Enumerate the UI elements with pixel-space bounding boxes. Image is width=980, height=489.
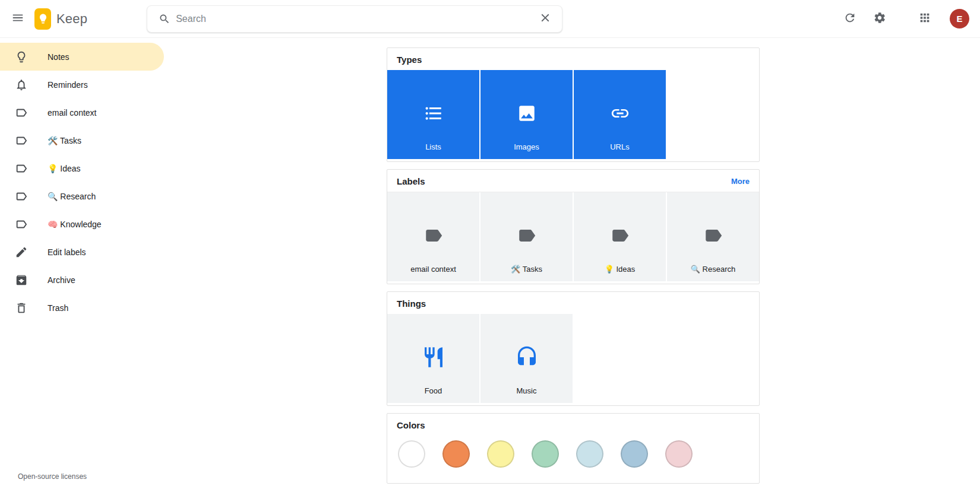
labels-more-button[interactable]: More [731, 177, 750, 186]
color-swatch-orange[interactable] [442, 440, 470, 468]
label-tile-tasks[interactable]: 🛠️ Tasks [480, 192, 573, 281]
types-tiles: Lists Images URLs [387, 70, 759, 161]
app-logo[interactable]: Keep [34, 8, 87, 30]
colors-section: Colors [387, 413, 760, 484]
search-bar[interactable] [147, 5, 562, 33]
tile-label: Lists [387, 142, 479, 151]
thing-tile-food[interactable]: Food [387, 314, 479, 403]
types-section: Types Lists Images URLs [387, 47, 760, 162]
section-title-types: Types [397, 55, 422, 65]
labels-section: Labels More email context 🛠️ Tasks 💡 [387, 169, 760, 284]
tile-label: email context [387, 265, 479, 274]
things-tiles: Food Music [387, 314, 759, 405]
color-swatch-green[interactable] [532, 440, 559, 468]
search-categories-panel: Types Lists Images URLs [166, 38, 980, 489]
clear-search-button[interactable] [532, 6, 558, 32]
section-title-things: Things [397, 299, 426, 309]
sidebar-item-label: Reminders [48, 80, 88, 90]
sidebar: Notes Reminders email context 🛠️ Tasks 💡… [0, 38, 166, 489]
sidebar-item-research[interactable]: 🔍 Research [0, 182, 164, 210]
section-title-labels: Labels [397, 176, 425, 186]
sidebar-item-label: 🧠 Knowledge [48, 220, 102, 229]
image-icon [517, 103, 537, 126]
refresh-icon [843, 11, 856, 26]
sidebar-item-label: Edit labels [48, 247, 86, 257]
tile-label: Music [480, 386, 573, 395]
sidebar-item-label: 💡 Ideas [48, 164, 81, 173]
things-section: Things Food Music [387, 291, 760, 406]
archive-icon [14, 273, 29, 287]
sidebar-item-edit-labels[interactable]: Edit labels [0, 238, 164, 266]
gear-icon [873, 11, 886, 26]
link-icon [610, 103, 630, 126]
thing-tile-music[interactable]: Music [480, 314, 573, 403]
sidebar-item-email-context[interactable]: email context [0, 99, 164, 126]
tile-label: 🛠️ Tasks [480, 265, 573, 274]
list-icon [423, 103, 444, 126]
color-swatch-light-blue[interactable] [576, 440, 603, 468]
refresh-button[interactable] [837, 6, 863, 32]
label-icon [14, 217, 29, 231]
label-tile-ideas[interactable]: 💡 Ideas [574, 192, 666, 281]
color-swatch-white[interactable] [398, 440, 425, 468]
color-swatches [387, 436, 759, 483]
label-icon [14, 134, 29, 148]
sidebar-item-knowledge[interactable]: 🧠 Knowledge [0, 210, 164, 238]
type-tile-images[interactable]: Images [480, 70, 573, 159]
sidebar-item-label: email context [48, 108, 96, 118]
label-tag-icon [703, 226, 723, 248]
color-swatch-steel-blue[interactable] [621, 440, 648, 468]
main-menu-button[interactable] [5, 6, 31, 32]
bell-icon [14, 78, 29, 92]
headset-icon [515, 345, 539, 371]
label-icon [14, 106, 29, 120]
sidebar-item-label: 🔍 Research [48, 192, 96, 201]
lightbulb-icon [14, 50, 29, 64]
tile-label: 🔍 Research [667, 265, 759, 274]
label-icon [14, 161, 29, 176]
label-tag-icon [423, 226, 444, 248]
color-swatch-pink[interactable] [665, 440, 693, 468]
app-title: Keep [56, 11, 87, 27]
sidebar-item-label: Notes [48, 52, 69, 62]
top-bar: Keep E [0, 0, 980, 38]
pencil-icon [14, 245, 29, 259]
apps-grid-icon [918, 11, 931, 26]
label-tag-icon [517, 226, 537, 248]
type-tile-lists[interactable]: Lists [387, 70, 479, 159]
search-input[interactable] [176, 14, 532, 24]
sidebar-item-ideas[interactable]: 💡 Ideas [0, 154, 164, 182]
tile-label: Food [387, 386, 479, 395]
labels-tiles: email context 🛠️ Tasks 💡 Ideas 🔍 Researc… [387, 192, 759, 284]
account-avatar[interactable]: E [950, 9, 969, 28]
settings-button[interactable] [867, 6, 893, 32]
label-icon [14, 189, 29, 204]
open-source-licenses-link[interactable]: Open-source licenses [18, 472, 87, 481]
sidebar-item-label: Trash [48, 303, 68, 313]
header-actions: E [837, 6, 974, 32]
close-icon [539, 11, 552, 26]
sidebar-item-notes[interactable]: Notes [0, 43, 164, 71]
type-tile-urls[interactable]: URLs [574, 70, 666, 159]
sidebar-item-label: 🛠️ Tasks [48, 136, 81, 145]
section-title-colors: Colors [397, 420, 425, 430]
sidebar-item-trash[interactable]: Trash [0, 294, 164, 322]
trash-icon [14, 301, 29, 315]
label-tile-research[interactable]: 🔍 Research [667, 192, 759, 281]
keep-logo-icon [34, 8, 51, 30]
color-swatch-yellow[interactable] [487, 440, 514, 468]
sidebar-item-reminders[interactable]: Reminders [0, 71, 164, 99]
restaurant-icon [422, 345, 445, 371]
tile-label: 💡 Ideas [574, 265, 666, 274]
label-tile-email-context[interactable]: email context [387, 192, 479, 281]
hamburger-icon [11, 11, 24, 26]
google-apps-button[interactable] [912, 6, 938, 32]
search-icon [153, 8, 176, 30]
sidebar-item-label: Archive [48, 275, 75, 285]
label-tag-icon [610, 226, 630, 248]
tile-label: Images [480, 142, 573, 151]
sidebar-item-tasks[interactable]: 🛠️ Tasks [0, 126, 164, 154]
tile-label: URLs [574, 142, 666, 151]
sidebar-item-archive[interactable]: Archive [0, 266, 164, 294]
